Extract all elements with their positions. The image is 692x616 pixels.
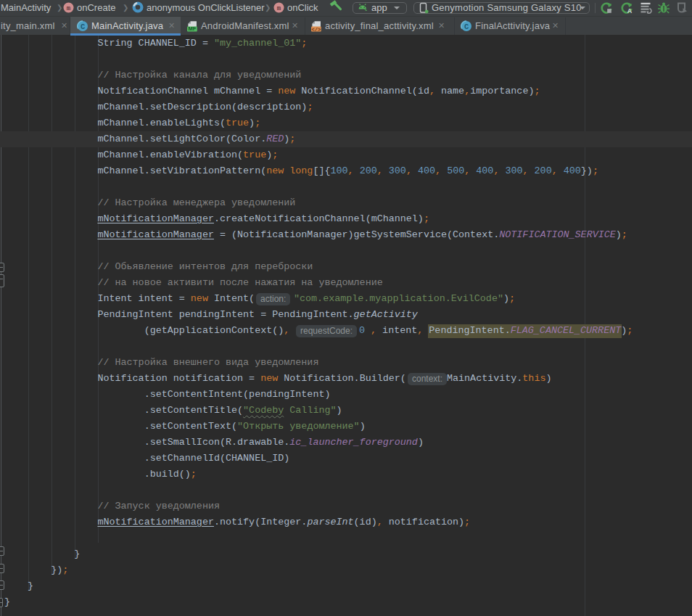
svg-text:m: m <box>277 5 281 12</box>
svg-text:MF: MF <box>188 25 196 32</box>
svg-text:C: C <box>464 22 469 31</box>
svg-text:A: A <box>627 7 633 15</box>
svg-text:m: m <box>67 5 71 12</box>
svg-text:C: C <box>81 22 86 31</box>
svg-text:</>: </> <box>312 27 321 33</box>
